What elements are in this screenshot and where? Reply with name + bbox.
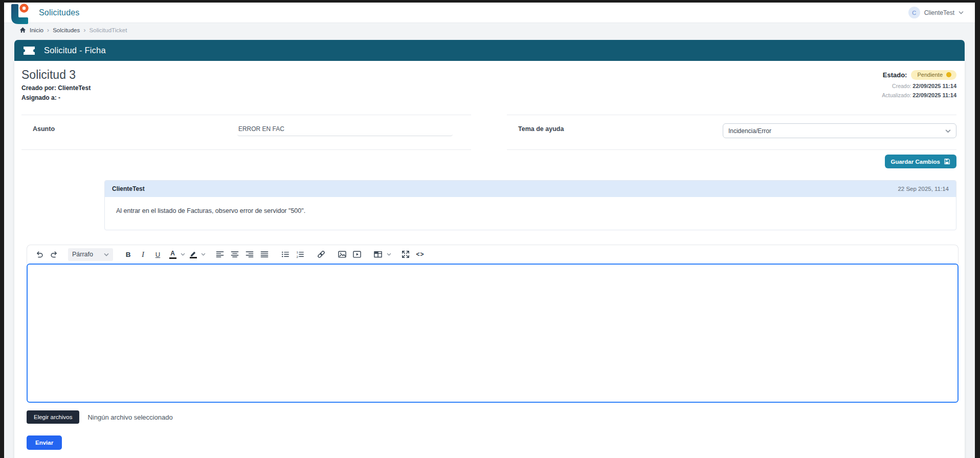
status-dot-icon bbox=[946, 72, 951, 77]
undo-icon[interactable] bbox=[32, 248, 46, 261]
topic-field-group: Tema de ayuda Incidencia/Error bbox=[507, 115, 956, 150]
topic-select[interactable]: Incidencia/Error bbox=[723, 123, 956, 138]
message-card: ClienteTest 22 Sep 2025, 11:14 Al entrar… bbox=[104, 180, 956, 230]
text-style-group: B I U A bbox=[121, 248, 206, 261]
align-group bbox=[213, 248, 271, 261]
status-line: Estado: Pendiente bbox=[882, 70, 956, 80]
justify-icon[interactable] bbox=[257, 248, 271, 261]
attachments-row: Elegir archivos Ningún archivo seleccion… bbox=[27, 410, 959, 424]
paragraph-format-value: Párrafo bbox=[72, 251, 93, 258]
user-avatar[interactable]: C bbox=[908, 7, 920, 18]
text-color-chevron-icon[interactable] bbox=[181, 253, 185, 256]
save-row: Guardar Cambios bbox=[23, 155, 956, 168]
redo-icon[interactable] bbox=[47, 248, 61, 261]
created-by-line: Creado por: ClienteTest bbox=[21, 84, 91, 92]
breadcrumb-separator: › bbox=[47, 26, 49, 34]
status-badge: Pendiente bbox=[911, 70, 956, 80]
source-code-icon[interactable]: <> bbox=[413, 248, 427, 261]
created-date-line: Creado: 22/09/2025 11:14 bbox=[882, 83, 956, 89]
company-logo-icon[interactable] bbox=[8, 3, 31, 26]
ticket-icon bbox=[23, 46, 36, 56]
table-chevron-icon[interactable] bbox=[387, 253, 391, 256]
media-group bbox=[335, 248, 364, 261]
align-right-icon[interactable] bbox=[242, 248, 256, 261]
list-group: 12 bbox=[278, 248, 307, 261]
table-icon[interactable] bbox=[371, 248, 385, 261]
message-timestamp: 22 Sep 2025, 11:14 bbox=[898, 186, 949, 192]
subject-input[interactable] bbox=[237, 123, 453, 136]
svg-text:1: 1 bbox=[296, 250, 298, 254]
top-bar: Solicitudes C ClienteTest bbox=[4, 3, 975, 23]
topic-selected-value: Incidencia/Error bbox=[728, 127, 771, 135]
created-label: Creado: bbox=[892, 83, 912, 89]
app-title: Solicitudes bbox=[39, 8, 80, 17]
link-icon[interactable] bbox=[314, 248, 328, 261]
breadcrumb-home[interactable]: Inicio bbox=[30, 27, 43, 33]
svg-text:2: 2 bbox=[296, 255, 298, 258]
send-row: Enviar bbox=[27, 435, 965, 450]
message-header: ClienteTest 22 Sep 2025, 11:14 bbox=[105, 181, 956, 197]
subject-label: Asunto bbox=[21, 123, 237, 133]
reply-editor: Párrafo B I U A bbox=[27, 245, 959, 403]
italic-button[interactable]: I bbox=[136, 248, 150, 261]
highlight-pen-icon bbox=[190, 250, 197, 256]
updated-label: Actualizado: bbox=[882, 92, 912, 98]
message-author: ClienteTest bbox=[112, 185, 145, 192]
breadcrumb-solicitudes[interactable]: Solcitudes bbox=[53, 27, 80, 33]
align-left-icon[interactable] bbox=[213, 248, 227, 261]
text-color-button[interactable]: A bbox=[166, 248, 180, 261]
editor-toolbar: Párrafo B I U A bbox=[27, 245, 959, 264]
highlight-chevron-icon[interactable] bbox=[201, 253, 206, 256]
editor-content-area[interactable] bbox=[27, 264, 959, 403]
no-file-selected-text: Ningún archivo seleccionado bbox=[87, 413, 172, 421]
numbered-list-icon[interactable]: 12 bbox=[293, 248, 307, 261]
app-window: Solicitudes C ClienteTest Inicio › Solci… bbox=[4, 3, 975, 458]
image-icon[interactable] bbox=[335, 248, 349, 261]
choose-files-button[interactable]: Elegir archivos bbox=[27, 410, 79, 424]
page-title: Solicitud - Ficha bbox=[44, 46, 106, 55]
history-group bbox=[32, 248, 61, 261]
text-color-bar bbox=[169, 257, 176, 259]
paragraph-format-select[interactable]: Párrafo bbox=[68, 248, 113, 261]
status-label: Estado: bbox=[883, 71, 907, 79]
breadcrumb: Inicio › Solcitudes › SolicitudTicket bbox=[4, 23, 975, 37]
main-card: Solicitud - Ficha Solicitud 3 Creado por… bbox=[14, 40, 965, 458]
save-changes-button[interactable]: Guardar Cambios bbox=[885, 155, 957, 168]
assigned-to-line: Asignado a: - bbox=[21, 94, 91, 101]
ticket-head-right: Estado: Pendiente Creado: 22/09/2025 11:… bbox=[882, 68, 956, 101]
user-menu-chevron-icon bbox=[959, 11, 964, 14]
save-changes-label: Guardar Cambios bbox=[891, 159, 941, 165]
fullscreen-icon[interactable] bbox=[398, 248, 412, 261]
format-chevron-icon bbox=[104, 253, 109, 256]
send-button[interactable]: Enviar bbox=[27, 435, 62, 450]
user-menu[interactable]: C ClienteTest bbox=[908, 7, 975, 18]
link-group bbox=[314, 248, 328, 261]
subject-field-group: Asunto bbox=[21, 115, 471, 150]
highlight-color-bar bbox=[190, 257, 197, 258]
bullet-list-icon[interactable] bbox=[278, 248, 292, 261]
align-center-icon[interactable] bbox=[228, 248, 241, 261]
media-icon[interactable] bbox=[350, 248, 364, 261]
underline-button[interactable]: U bbox=[151, 248, 165, 261]
table-group bbox=[371, 248, 391, 261]
select-chevron-icon bbox=[945, 129, 951, 133]
ticket-head-left: Solicitud 3 Creado por: ClienteTest Asig… bbox=[21, 68, 91, 101]
ticket-detail-card: Solicitud 3 Creado por: ClienteTest Asig… bbox=[14, 61, 965, 458]
message-body: Al entrar en el listado de Facturas, obs… bbox=[105, 197, 956, 230]
bold-button[interactable]: B bbox=[121, 248, 135, 261]
updated-value: 22/09/2025 11:14 bbox=[912, 92, 956, 98]
topic-label: Tema de ayuda bbox=[507, 123, 723, 133]
updated-date-line: Actualizado: 22/09/2025 11:14 bbox=[882, 92, 956, 98]
view-group: <> bbox=[398, 248, 427, 261]
breadcrumb-separator: › bbox=[83, 26, 85, 34]
user-name: ClienteTest bbox=[924, 9, 954, 16]
highlight-color-button[interactable] bbox=[186, 248, 200, 261]
save-icon bbox=[944, 158, 950, 165]
ticket-form-row: Asunto Tema de ayuda Incidencia/Error bbox=[21, 115, 956, 150]
page-banner: Solicitud - Ficha bbox=[14, 40, 965, 61]
ticket-head-row: Solicitud 3 Creado por: ClienteTest Asig… bbox=[14, 61, 965, 101]
ticket-title: Solicitud 3 bbox=[21, 68, 91, 82]
breadcrumb-current: SolicitudTicket bbox=[90, 27, 127, 33]
home-icon bbox=[19, 27, 26, 33]
status-value: Pendiente bbox=[917, 72, 943, 78]
